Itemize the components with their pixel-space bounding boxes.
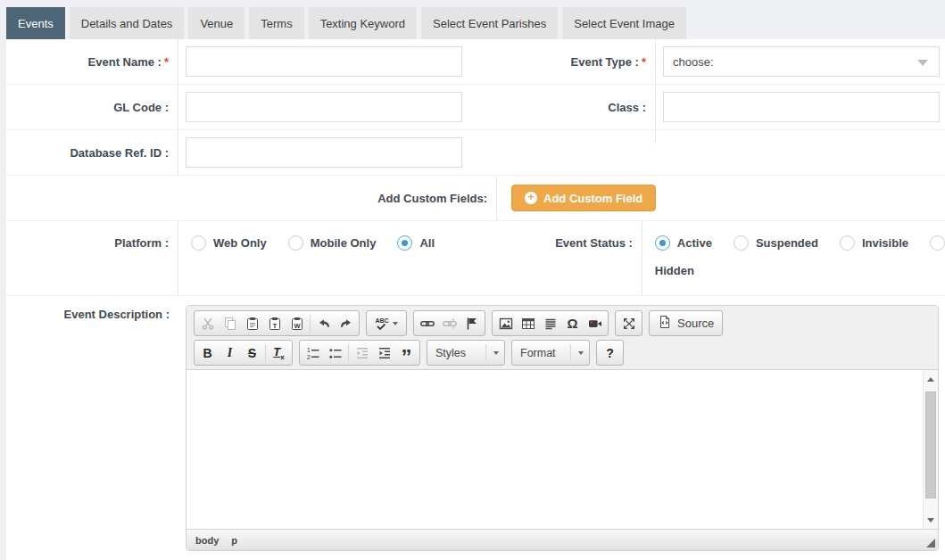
decrease-indent-icon[interactable]	[351, 342, 373, 364]
form-panel: Event Name :* Event Type :* choose: GL C…	[6, 39, 945, 560]
numbered-list-icon[interactable]: 12	[302, 342, 324, 364]
anchor-flag-icon[interactable]	[460, 312, 483, 334]
tab-venue[interactable]: Venue	[188, 7, 245, 39]
row-platform-status: Platform : Web Only Mobile Only	[6, 220, 945, 295]
svg-text:1: 1	[307, 347, 311, 353]
spellcheck-group: ABC	[366, 310, 407, 336]
database-ref-id-input[interactable]	[186, 137, 462, 168]
italic-button[interactable]: I	[219, 342, 241, 364]
tab-select-event-image[interactable]: Select Event Image	[562, 7, 686, 39]
spell-check-icon[interactable]: ABC	[369, 312, 404, 334]
bold-button[interactable]: B	[196, 342, 219, 364]
paste-from-word-icon[interactable]: W	[286, 312, 308, 334]
bulleted-list-icon[interactable]	[324, 342, 346, 364]
about-help-button[interactable]: ?	[599, 342, 621, 364]
media-camera-icon[interactable]	[584, 312, 606, 334]
row-database-ref: Database Ref. ID :	[6, 129, 945, 175]
format-dropdown[interactable]: Format	[511, 340, 590, 366]
paste-icon[interactable]	[241, 312, 263, 334]
remove-format-button[interactable]: Tx	[268, 342, 290, 364]
event-status-option-hidden-label[interactable]: Hidden	[655, 264, 694, 277]
platform-radio-group: Web Only Mobile Only All	[191, 235, 463, 251]
clipboard-group: T W	[194, 310, 360, 336]
dropdown-caret-icon	[493, 351, 499, 355]
link-group	[413, 310, 485, 336]
editor-resize-handle[interactable]	[926, 539, 935, 548]
svg-text:2: 2	[307, 353, 311, 359]
editor-content[interactable]	[187, 370, 923, 529]
copy-icon[interactable]	[219, 312, 241, 334]
undo-icon[interactable]	[312, 312, 335, 334]
styles-dropdown[interactable]: Styles	[427, 340, 505, 366]
event-type-select[interactable]: choose:	[663, 46, 940, 77]
platform-option-web-only[interactable]: Web Only	[191, 235, 267, 251]
maximize-icon[interactable]	[618, 312, 640, 334]
gl-code-label: GL Code :	[113, 101, 169, 114]
cut-icon[interactable]	[196, 312, 219, 334]
row-event-name-type: Event Name :* Event Type :* choose:	[6, 39, 945, 84]
tab-events[interactable]: Events	[6, 7, 65, 39]
redo-icon[interactable]	[335, 312, 357, 334]
event-status-option-active[interactable]: Active	[655, 235, 712, 251]
tab-select-event-parishes[interactable]: Select Event Parishes	[421, 7, 558, 39]
row-add-custom-fields: Add Custom Fields: + Add Custom Field	[6, 175, 945, 220]
radio-icon[interactable]	[288, 235, 303, 251]
editor-scrollbar[interactable]	[923, 370, 938, 529]
radio-icon[interactable]	[655, 235, 670, 251]
event-status-option-hidden-radio[interactable]	[930, 235, 945, 251]
dropdown-caret-icon	[578, 351, 584, 355]
paste-plain-text-icon[interactable]: T	[263, 312, 286, 334]
source-button[interactable]: Source	[649, 310, 723, 336]
source-icon	[658, 315, 672, 332]
list-indent-group: 12 ”	[299, 340, 420, 366]
scrollbar-up-icon[interactable]	[924, 372, 938, 386]
blockquote-icon[interactable]: ”	[395, 342, 418, 364]
strikethrough-button[interactable]: S	[241, 342, 263, 364]
unlink-icon[interactable]	[438, 312, 460, 334]
add-custom-field-button[interactable]: + Add Custom Field	[511, 185, 656, 211]
tab-details-and-dates[interactable]: Details and Dates	[70, 7, 185, 39]
radio-icon[interactable]	[397, 235, 412, 251]
class-label: Class :	[608, 101, 646, 114]
editor-element-path-bar: body p	[187, 529, 938, 550]
event-status-option-invisible[interactable]: Invisible	[840, 235, 908, 251]
radio-icon[interactable]	[840, 235, 855, 251]
tab-terms[interactable]: Terms	[249, 7, 303, 39]
radio-icon[interactable]	[930, 235, 945, 251]
table-icon[interactable]	[517, 312, 539, 334]
rich-text-editor: T W	[186, 305, 939, 551]
radio-icon[interactable]	[191, 235, 206, 251]
tab-texting-keyword[interactable]: Texting Keyword	[309, 7, 417, 39]
insert-group: Ω	[492, 310, 609, 336]
radio-icon[interactable]	[734, 235, 749, 251]
required-asterisk: *	[642, 55, 646, 69]
link-icon[interactable]	[416, 312, 438, 334]
toolbar-separator	[265, 344, 266, 361]
platform-option-mobile-only[interactable]: Mobile Only	[288, 235, 377, 251]
row-glcode-class: GL Code : Class :	[6, 84, 945, 129]
svg-text:W: W	[294, 321, 301, 329]
event-name-input[interactable]	[186, 46, 462, 77]
event-description-label: Event Description :	[64, 308, 170, 321]
image-icon[interactable]	[494, 312, 517, 334]
class-input[interactable]	[663, 92, 940, 122]
path-element-p[interactable]: p	[231, 535, 237, 546]
basicstyles-group: B I S Tx	[194, 340, 293, 366]
increase-indent-icon[interactable]	[373, 342, 395, 364]
svg-text:T: T	[272, 321, 277, 329]
special-character-icon[interactable]: Ω	[561, 312, 584, 334]
gl-code-input[interactable]	[186, 92, 462, 122]
editor-toolbar: T W	[187, 306, 938, 370]
editor-content-area	[187, 370, 938, 529]
horizontal-rule-icon[interactable]	[539, 312, 561, 334]
column-divider-stub	[477, 130, 656, 144]
dropdown-caret-icon	[393, 322, 398, 325]
database-ref-id-label: Database Ref. ID :	[70, 146, 169, 160]
scrollbar-down-icon[interactable]	[924, 513, 938, 527]
platform-option-all[interactable]: All	[397, 235, 435, 251]
path-element-body[interactable]: body	[195, 535, 219, 546]
event-status-option-suspended[interactable]: Suspended	[734, 235, 818, 251]
event-form-page: Events Details and Dates Venue Terms Tex…	[0, 0, 945, 560]
scrollbar-thumb[interactable]	[925, 391, 936, 498]
event-status-radio-group: Active Suspended Invisible	[655, 235, 945, 251]
